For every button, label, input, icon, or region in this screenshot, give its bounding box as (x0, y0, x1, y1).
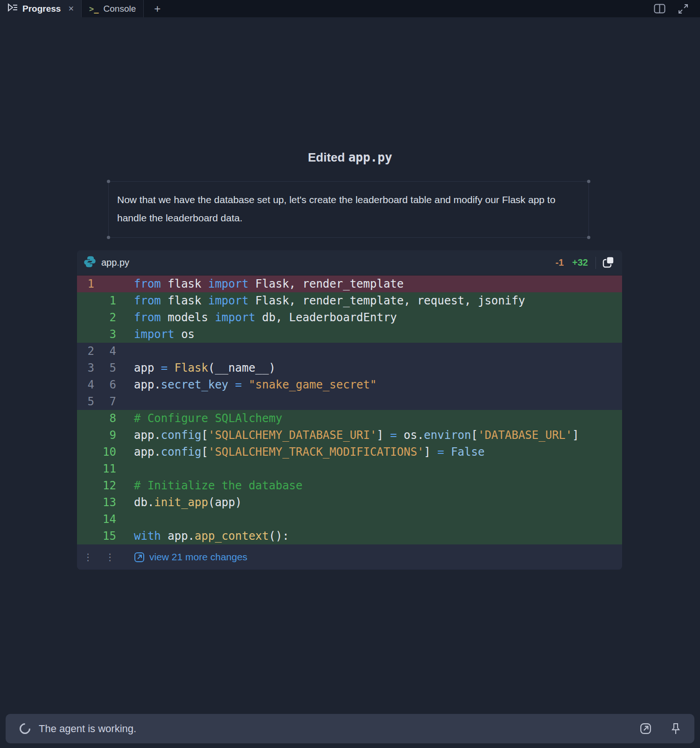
diff-line-added: 15with app.app_context(): (77, 528, 622, 544)
agent-status-bar: The agent is working. (6, 714, 694, 743)
open-diff-icon (134, 552, 145, 563)
new-line-number: 14 (99, 511, 121, 528)
old-line-number (77, 410, 99, 427)
diff-line-context: 24 (77, 343, 622, 360)
expand-icon[interactable] (678, 3, 689, 14)
old-gutter-ellipsis: ⋮ (77, 551, 99, 563)
code-line (121, 393, 134, 410)
new-line-number: 15 (99, 528, 121, 544)
old-line-number (77, 460, 99, 477)
diff-card: app.py -1 +32 1from flask import Flask, … (77, 250, 622, 570)
new-line-number: 4 (99, 343, 121, 360)
old-line-number (77, 326, 99, 343)
code-line: app.config['SQLALCHEMY_TRACK_MODIFICATIO… (121, 444, 484, 460)
old-line-number: 1 (77, 275, 99, 292)
new-line-number: 13 (99, 494, 121, 511)
diff-filename: app.py (101, 257, 129, 268)
tab-progress-label: Progress (22, 4, 61, 14)
code-line: from flask import Flask, render_template (121, 275, 404, 292)
copy-icon[interactable] (602, 256, 615, 270)
tab-console-label: Console (104, 4, 136, 14)
agent-status-text: The agent is working. (39, 723, 136, 735)
diff-line-added: 8# Configure SQLAlchemy (77, 410, 622, 427)
new-line-number: 9 (99, 427, 121, 444)
new-line-number: 8 (99, 410, 121, 427)
agent-message-text: Now that we have the database set up, le… (117, 191, 565, 227)
diff-line-context: 46app.secret_key = "snake_game_secret" (77, 376, 622, 393)
tab-progress[interactable]: Progress × (0, 0, 81, 17)
code-line (121, 511, 134, 528)
code-line: app = Flask(__name__) (121, 360, 275, 376)
diff-line-added: 3import os (77, 326, 622, 343)
old-line-number (77, 477, 99, 494)
added-count: +32 (572, 257, 588, 268)
old-line-number (77, 494, 99, 511)
code-line: from flask import Flask, render_template… (121, 292, 525, 309)
old-line-number: 4 (77, 376, 99, 393)
new-line-number: 7 (99, 393, 121, 410)
old-line-number: 5 (77, 393, 99, 410)
spinner-icon (17, 721, 33, 736)
progress-list-icon (7, 3, 18, 14)
new-line-number: 6 (99, 376, 121, 393)
new-tab-button[interactable]: + (144, 0, 171, 17)
old-line-number (77, 427, 99, 444)
page-title: Edited app.py (0, 150, 700, 165)
diff-lines: 1from flask import Flask, render_templat… (77, 275, 622, 544)
removed-count: -1 (555, 257, 564, 268)
new-line-number: 2 (99, 309, 121, 326)
old-line-number (77, 292, 99, 309)
code-line (121, 343, 134, 360)
pin-icon[interactable] (671, 723, 680, 735)
corner-dot (587, 180, 590, 183)
header-divider (595, 257, 596, 269)
corner-dot (107, 180, 110, 183)
new-line-number (99, 275, 121, 292)
tab-console[interactable]: >_ Console (82, 0, 143, 17)
code-line: import os (121, 326, 195, 343)
diff-line-added: 11 (77, 460, 622, 477)
old-line-number: 3 (77, 360, 99, 376)
split-view-icon[interactable] (654, 4, 665, 14)
terminal-icon: >_ (89, 4, 99, 14)
diff-line-added: 2from models import db, LeaderboardEntry (77, 309, 622, 326)
corner-dot (107, 236, 110, 239)
close-icon[interactable]: × (68, 3, 74, 14)
old-line-number (77, 444, 99, 460)
new-gutter-ellipsis: ⋮ (99, 551, 121, 563)
diff-card-header: app.py -1 +32 (77, 250, 622, 275)
old-line-number (77, 528, 99, 544)
edited-filename: app.py (348, 150, 392, 164)
new-line-number: 10 (99, 444, 121, 460)
diff-line-removed: 1from flask import Flask, render_templat… (77, 275, 622, 292)
old-line-number (77, 511, 99, 528)
code-line: app.secret_key = "snake_game_secret" (121, 376, 377, 393)
diff-line-added: 13db.init_app(app) (77, 494, 622, 511)
new-line-number: 1 (99, 292, 121, 309)
new-line-number: 12 (99, 477, 121, 494)
tab-bar: Progress × >_ Console + (0, 0, 700, 17)
code-line: # Initialize the database (121, 477, 302, 494)
new-line-number: 3 (99, 326, 121, 343)
code-line: app.config['SQLALCHEMY_DATABASE_URI'] = … (121, 427, 579, 444)
corner-dot (587, 236, 590, 239)
old-line-number: 2 (77, 343, 99, 360)
python-file-icon (84, 255, 96, 270)
view-more-changes-link[interactable]: view 21 more changes (134, 551, 247, 563)
diff-line-added: 10app.config['SQLALCHEMY_TRACK_MODIFICAT… (77, 444, 622, 460)
new-line-number: 11 (99, 460, 121, 477)
diff-line-added: 9app.config['SQLALCHEMY_DATABASE_URI'] =… (77, 427, 622, 444)
diff-line-context: 35app = Flask(__name__) (77, 360, 622, 376)
agent-message-box: Now that we have the database set up, le… (108, 181, 589, 238)
code-line: # Configure SQLAlchemy (121, 410, 282, 427)
code-line: with app.app_context(): (121, 528, 289, 544)
code-line: from models import db, LeaderboardEntry (121, 309, 397, 326)
diff-line-context: 57 (77, 393, 622, 410)
open-external-icon[interactable] (640, 723, 651, 734)
diff-line-added: 1from flask import Flask, render_templat… (77, 292, 622, 309)
code-line (121, 460, 134, 477)
diff-line-added: 14 (77, 511, 622, 528)
new-line-number: 5 (99, 360, 121, 376)
diff-footer: ⋮ ⋮ view 21 more changes (77, 544, 622, 570)
diff-line-added: 12# Initialize the database (77, 477, 622, 494)
